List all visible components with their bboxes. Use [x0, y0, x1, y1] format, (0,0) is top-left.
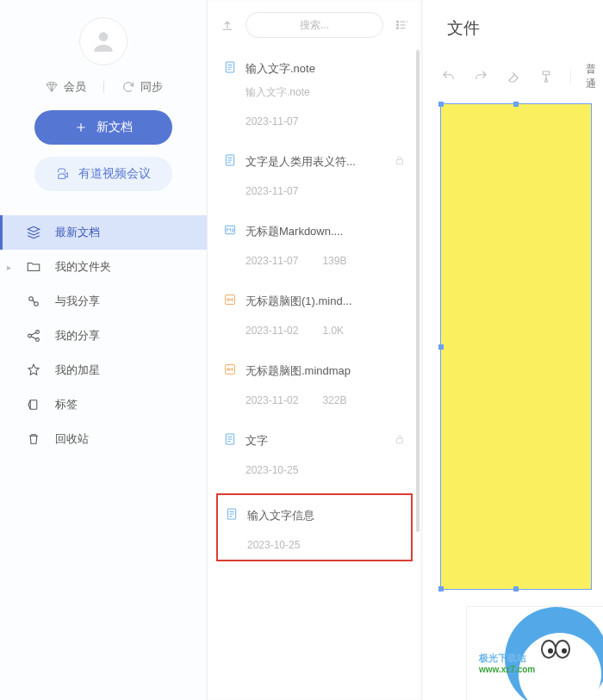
svg-rect-12	[397, 159, 403, 164]
watermark: 极光下载站 www.xz7.com	[479, 652, 535, 674]
sync-icon	[121, 80, 135, 94]
note-size: 139B	[322, 255, 346, 267]
upload-icon[interactable]	[220, 17, 235, 33]
svg-point-8	[397, 24, 399, 26]
diamond-icon	[45, 80, 59, 94]
note-size: 322B	[322, 394, 346, 406]
chevron-right-icon[interactable]: ▸	[7, 263, 11, 272]
svg-point-3	[28, 334, 32, 338]
avatar[interactable]	[79, 17, 127, 65]
resize-handle-n[interactable]	[513, 102, 519, 107]
new-doc-label: 新文档	[96, 120, 133, 135]
highlighted-note-box: 输入文字信息 2023-10-25	[216, 493, 413, 561]
eraser-icon[interactable]	[505, 66, 522, 87]
nav-my-folders[interactable]: ▸ 我的文件夹	[0, 250, 207, 284]
note-list: 输入文字.note 输入文字.note 2023-11-07 文字是人类用表义符…	[208, 46, 421, 700]
note-date: 2023-11-02	[246, 325, 298, 337]
note-item[interactable]: 输入文字信息 2023-10-25	[218, 495, 411, 560]
video-meeting-button[interactable]: 有道视频会议	[34, 157, 172, 191]
avatar-wrap	[0, 9, 207, 79]
note-item[interactable]: 无标题Markdown.... 2023-11-07139B	[208, 209, 421, 279]
doc-text-icon	[225, 507, 239, 523]
video-icon	[56, 167, 70, 181]
member-sync-row: 会员 同步	[0, 79, 207, 110]
mode-label[interactable]: 普通	[586, 62, 603, 91]
nav-my-shares[interactable]: 我的分享	[0, 319, 207, 353]
doc-text-icon	[223, 432, 237, 449]
sync-link[interactable]: 同步	[121, 79, 163, 95]
search-input[interactable]: 搜索...	[246, 12, 383, 38]
note-title: 输入文字信息	[247, 508, 404, 523]
svg-rect-13	[226, 226, 235, 233]
image-thumbnail[interactable]: 极光下载站 www.xz7.com	[466, 606, 603, 700]
svg-point-9	[397, 28, 399, 29]
trash-icon	[26, 431, 41, 447]
share-in-icon	[26, 294, 41, 309]
preview-pane: 文件 普通 极光下载站 www.xz7.com	[422, 0, 603, 700]
note-date: 2023-10-25	[246, 464, 298, 476]
note-title: 文字是人类用表义符...	[246, 154, 385, 170]
note-date: 2023-10-25	[247, 539, 300, 551]
resize-handle-w[interactable]	[438, 344, 444, 350]
plus-icon	[74, 121, 88, 134]
note-title: 无标题脑图.mindmap	[246, 363, 406, 379]
note-list-column: 搜索... 输入文字.note 输入文字.note 2023-11-07 文字是…	[207, 0, 422, 700]
note-item[interactable]: 文字 2023-10-25	[208, 418, 421, 488]
svg-point-7	[397, 21, 399, 22]
preview-canvas[interactable]: 极光下载站 www.xz7.com	[440, 103, 603, 700]
preview-title: 文件	[423, 0, 603, 59]
resize-handle-sw[interactable]	[438, 586, 444, 592]
note-list-header: 搜索...	[208, 0, 421, 46]
nav-label: 回收站	[55, 431, 89, 447]
member-link[interactable]: 会员	[45, 79, 86, 95]
user-icon	[90, 28, 117, 55]
format-paint-icon[interactable]	[538, 66, 555, 87]
nav-shared-with-me[interactable]: 与我分享	[0, 284, 207, 319]
member-label: 会员	[64, 79, 86, 95]
svg-point-15	[227, 299, 230, 301]
sync-label: 同步	[140, 79, 163, 95]
selected-shape[interactable]	[440, 103, 592, 590]
note-date: 2023-11-07	[246, 185, 298, 197]
undo-icon[interactable]	[440, 66, 457, 87]
note-size: 1.0K	[322, 325, 344, 337]
lock-icon	[394, 154, 406, 169]
watermark-line2: www.xz7.com	[479, 665, 535, 674]
stack-icon	[26, 225, 41, 240]
doc-text-icon	[223, 60, 237, 77]
scrollbar[interactable]	[416, 50, 420, 532]
new-doc-button[interactable]: 新文档	[34, 110, 172, 145]
note-subtitle: 输入文字.note	[246, 85, 406, 100]
resize-handle-s[interactable]	[513, 586, 519, 592]
nav-tags[interactable]: 标签	[0, 387, 207, 422]
note-title: 无标题Markdown....	[246, 224, 406, 239]
note-date: 2023-11-02	[246, 394, 298, 406]
nav-label: 我的加星	[55, 362, 100, 378]
svg-rect-19	[397, 438, 403, 443]
note-item[interactable]: 输入文字.note 输入文字.note 2023-11-07	[208, 46, 421, 139]
sort-icon[interactable]	[394, 17, 409, 33]
note-title: 无标题脑图(1).mind...	[246, 294, 406, 309]
note-title: 输入文字.note	[246, 61, 406, 77]
nav-recent-docs[interactable]: 最新文档	[0, 215, 207, 250]
note-item[interactable]: 无标题脑图.mindmap 2023-11-02322B	[208, 349, 421, 418]
note-date: 2023-11-07	[246, 255, 298, 267]
sidebar: 会员 同步 新文档 有道视频会议 最新文档 ▸ 我的文件夹	[0, 0, 207, 700]
star-icon	[26, 362, 41, 378]
note-item[interactable]: 无标题脑图(1).mind... 2023-11-021.0K	[208, 279, 421, 349]
lock-icon	[394, 433, 406, 448]
svg-point-17	[227, 369, 230, 371]
resize-handle-nw[interactable]	[438, 102, 444, 107]
nav-label: 与我分享	[55, 294, 100, 309]
share-out-icon	[26, 328, 41, 344]
nav-label: 标签	[55, 397, 78, 412]
doc-mind-icon	[223, 362, 237, 379]
svg-point-0	[99, 32, 109, 41]
cartoon-pupil	[548, 648, 553, 654]
nav-starred[interactable]: 我的加星	[0, 353, 207, 387]
search-placeholder: 搜索...	[300, 18, 329, 33]
nav-trash[interactable]: 回收站	[0, 422, 207, 456]
svg-point-5	[36, 338, 40, 342]
redo-icon[interactable]	[473, 66, 490, 87]
note-item[interactable]: 文字是人类用表义符... 2023-11-07	[208, 139, 421, 209]
